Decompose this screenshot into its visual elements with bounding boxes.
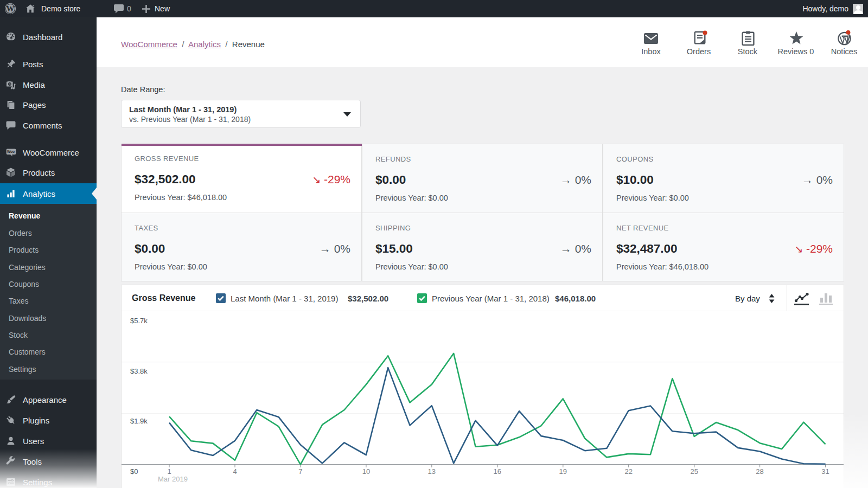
svg-text:$3.8k: $3.8k bbox=[130, 367, 148, 375]
svg-text:19: 19 bbox=[559, 467, 567, 476]
svg-text:$0: $0 bbox=[130, 467, 138, 476]
svg-text:10: 10 bbox=[362, 467, 370, 476]
svg-text:16: 16 bbox=[494, 467, 501, 476]
svg-text:28: 28 bbox=[756, 467, 763, 476]
svg-text:31: 31 bbox=[821, 467, 829, 476]
svg-text:1: 1 bbox=[167, 467, 171, 476]
svg-text:$5.7k: $5.7k bbox=[130, 317, 148, 325]
svg-text:W: W bbox=[7, 4, 15, 13]
svg-text:Woo: Woo bbox=[7, 150, 15, 153]
svg-text:13: 13 bbox=[428, 467, 436, 476]
svg-text:$1.9k: $1.9k bbox=[130, 417, 148, 425]
svg-text:4: 4 bbox=[233, 467, 237, 476]
svg-text:Mar 2019: Mar 2019 bbox=[158, 475, 188, 483]
svg-text:22: 22 bbox=[624, 467, 632, 476]
svg-text:25: 25 bbox=[690, 467, 698, 476]
svg-text:7: 7 bbox=[298, 467, 302, 476]
